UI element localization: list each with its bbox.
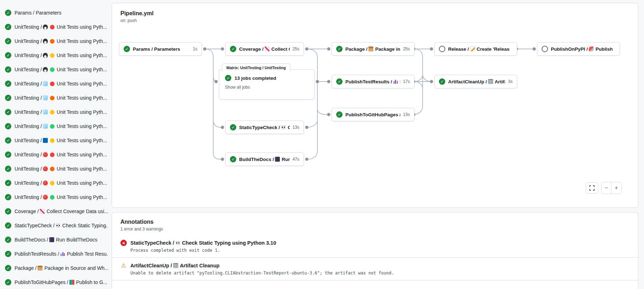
status-icon bbox=[230, 46, 236, 52]
job-name: Params / Parameters bbox=[15, 10, 61, 16]
fullscreen-icon bbox=[589, 185, 595, 191]
sidebar-job-publishtestresults[interactable]: PublishTestResults /Publish Test Resu... bbox=[0, 247, 110, 261]
memo-icon bbox=[470, 46, 475, 51]
job-label: Unit Tests using Pyth... bbox=[57, 67, 107, 72]
workflow-graph-card: Pipeline.yml on: push bbox=[112, 3, 638, 208]
sidebar-job-unittest-12[interactable]: UnitTesting /Unit Tests using Pyth... bbox=[0, 176, 110, 190]
matrix-unittesting-box[interactable]: 13 jobs completed Show all jobs bbox=[219, 70, 315, 100]
job-label: Collect Coverage Data usi... bbox=[46, 209, 108, 214]
sidebar-job-unittest-10[interactable]: UnitTesting /Unit Tests using Pyth... bbox=[0, 148, 110, 162]
job-label: Unit Tests using Pyth... bbox=[57, 138, 107, 143]
job-node-publishtestresults[interactable]: PublishTestResults /Pu... 17s bbox=[332, 75, 414, 88]
status-icon bbox=[230, 124, 236, 130]
zoom-in-button[interactable]: + bbox=[611, 182, 621, 194]
job-name: UnitTesting / bbox=[15, 81, 42, 87]
notebook-icon bbox=[275, 157, 280, 162]
windows-logo-icon bbox=[43, 138, 48, 143]
sidebar-job-unittest-1[interactable]: UnitTesting /Unit Tests using Pyth... bbox=[0, 20, 110, 34]
books-icon bbox=[69, 280, 74, 285]
sidebar-job-unittest-8[interactable]: UnitTesting /Unit Tests using Pyth... bbox=[0, 119, 110, 133]
sidebar-job-unittest-3[interactable]: UnitTesting /Unit Tests using Pyth... bbox=[0, 48, 110, 62]
status-icon bbox=[124, 46, 130, 52]
job-duration: 1s bbox=[193, 46, 197, 51]
python-version-dot bbox=[50, 181, 55, 185]
bar-chart-icon bbox=[60, 251, 65, 256]
job-node-publishtogithubpages[interactable]: PublishToGitHubPages /... 13s bbox=[332, 108, 414, 121]
sidebar-job-unittest-11[interactable]: UnitTesting /Unit Tests using Pyth... bbox=[0, 162, 110, 176]
sidebar-job-package[interactable]: Package /Package in Source and Wh... bbox=[0, 261, 110, 275]
linux-penguin-icon bbox=[43, 39, 48, 44]
sidebar-job-publishtogithubpages[interactable]: PublishToGitHubPages /Publish to G... bbox=[0, 275, 110, 289]
matrix-summary: 13 jobs completed bbox=[235, 76, 276, 81]
job-name: UnitTesting / bbox=[15, 52, 42, 58]
workflow-trigger: on: push bbox=[120, 18, 153, 23]
job-node-coverage[interactable]: Coverage /Collect Cove... 25s bbox=[225, 42, 304, 56]
job-name: PublishToGitHubPages / bbox=[15, 279, 68, 285]
job-name: BuildTheDocs / bbox=[15, 237, 48, 243]
ice-cube-icon bbox=[43, 95, 48, 100]
chart-increasing-icon bbox=[40, 209, 45, 214]
success-status-icon bbox=[5, 10, 11, 16]
job-label: Unit Tests using Pyth... bbox=[57, 152, 107, 157]
annotations-title: Annotations bbox=[120, 219, 629, 225]
sidebar-job-unittest-2[interactable]: UnitTesting /Unit Tests using Pyth... bbox=[0, 34, 110, 48]
status-icon bbox=[439, 46, 445, 52]
job-node-buildthedocs[interactable]: BuildTheDocs /Run Buil... 47s bbox=[225, 152, 304, 166]
job-name: StaticTypeCheck / bbox=[15, 223, 55, 228]
ice-cube-icon bbox=[43, 110, 48, 115]
sidebar-job-unittest-6[interactable]: UnitTesting /Unit Tests using Pyth... bbox=[0, 91, 110, 105]
zoom-out-button[interactable]: − bbox=[601, 182, 611, 194]
job-name: UnitTesting / bbox=[15, 180, 42, 186]
job-label: Unit Tests using Pyth... bbox=[57, 24, 107, 30]
job-node-statictypecheck[interactable]: StaticTypeCheck /Chec... 13s bbox=[225, 121, 304, 134]
job-node-publishonpypi[interactable]: PublishOnPyPI /Publish to ... bbox=[537, 42, 620, 56]
success-status-icon bbox=[5, 38, 11, 44]
sidebar-job-unittest-9[interactable]: UnitTesting /Unit Tests using Pyth... bbox=[0, 133, 110, 148]
connector-lines bbox=[112, 3, 638, 207]
fullscreen-button[interactable] bbox=[586, 182, 598, 194]
success-status-icon bbox=[5, 95, 11, 101]
success-status-icon bbox=[5, 251, 11, 257]
ice-cube-icon bbox=[43, 81, 48, 86]
annotation-warning-link[interactable]: ArtifactCleanUp /Artifact Cleanup bbox=[120, 262, 629, 269]
job-label: Run BuildTheDocs bbox=[56, 237, 97, 243]
success-status-icon bbox=[5, 265, 11, 271]
apple-icon bbox=[43, 152, 48, 157]
job-name: UnitTesting / bbox=[15, 152, 42, 157]
success-status-icon bbox=[5, 66, 11, 73]
success-status-icon bbox=[5, 109, 11, 115]
success-status-icon bbox=[5, 80, 11, 87]
job-node-release[interactable]: Release /Create 'Release P... bbox=[434, 42, 517, 56]
show-all-jobs-link[interactable]: Show all jobs bbox=[225, 85, 309, 90]
job-node-artifactcleanup[interactable]: ArtifactCleanUp /Artifac... 3s bbox=[434, 75, 517, 88]
success-status-icon bbox=[225, 75, 231, 81]
job-label: Unit Tests using Pyth... bbox=[57, 38, 107, 44]
annotation-error-row: StaticTypeCheck /Check Static Typing usi… bbox=[112, 235, 638, 257]
error-icon bbox=[120, 240, 127, 246]
job-node-params[interactable]: Params / Parameters 1s bbox=[119, 42, 202, 56]
job-name: Coverage / bbox=[15, 209, 39, 214]
matrix-tab-label: Matrix: UnitTesting / UnitTesting bbox=[222, 63, 290, 71]
annotation-error-link[interactable]: StaticTypeCheck /Check Static Typing usi… bbox=[120, 240, 629, 246]
eyes-icon bbox=[281, 125, 286, 130]
apple-icon bbox=[43, 166, 48, 171]
python-version-dot bbox=[50, 96, 55, 100]
job-node-package[interactable]: Package /Package in So... 25s bbox=[332, 42, 414, 56]
sidebar-job-unittest-5[interactable]: UnitTesting /Unit Tests using Pyth... bbox=[0, 77, 110, 91]
success-status-icon bbox=[5, 237, 11, 243]
python-version-dot bbox=[50, 39, 55, 44]
success-status-icon bbox=[5, 123, 11, 129]
sidebar-job-unittest-7[interactable]: UnitTesting /Unit Tests using Pyth... bbox=[0, 105, 110, 119]
job-label: Unit Tests using Pyth... bbox=[57, 123, 107, 129]
warning-icon bbox=[120, 262, 127, 269]
sidebar-job-unittest-13[interactable]: UnitTesting /Unit Tests using Pyth... bbox=[0, 190, 110, 204]
sidebar-job-unittest-4[interactable]: UnitTesting /Unit Tests using Pyth... bbox=[0, 62, 110, 77]
success-status-icon bbox=[5, 222, 11, 229]
notebook-icon bbox=[49, 237, 54, 242]
job-duration: 25s bbox=[403, 46, 410, 51]
job-duration: 13s bbox=[403, 112, 410, 117]
sidebar-job-coverage[interactable]: Coverage /Collect Coverage Data usi... bbox=[0, 204, 110, 218]
sidebar-job-buildthedocs[interactable]: BuildTheDocs /Run BuildTheDocs bbox=[0, 233, 110, 247]
sidebar-job-params[interactable]: Params / Parameters bbox=[0, 6, 110, 20]
sidebar-job-statictypecheck[interactable]: StaticTypeCheck /Check Static Typing... bbox=[0, 218, 110, 233]
